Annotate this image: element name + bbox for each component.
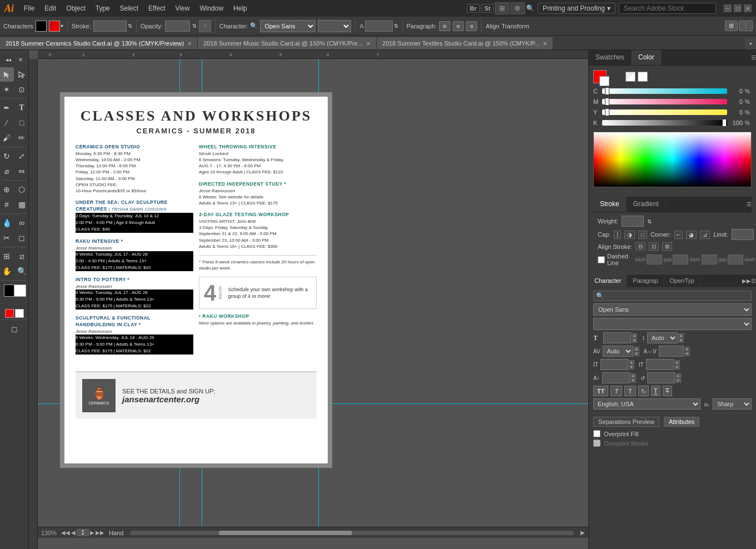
menu-edit[interactable]: Edit	[40, 3, 61, 13]
font-select[interactable]: Open Sans	[260, 20, 316, 32]
hand-tool[interactable]: ✋	[0, 264, 14, 278]
overprint-stroke-checkbox[interactable]	[593, 440, 600, 447]
cap-square-btn[interactable]: □	[638, 231, 647, 239]
white-swatch[interactable]	[15, 309, 24, 318]
next-page-btn[interactable]: ▶	[90, 530, 94, 536]
tracking-input[interactable]: -10	[659, 346, 684, 357]
t-upper-btn[interactable]: T	[624, 386, 636, 396]
artboard-tool[interactable]: ⊞	[0, 249, 14, 263]
menu-effect[interactable]: Effect	[144, 3, 169, 13]
y-slider[interactable]	[602, 109, 727, 115]
limit-input[interactable]	[732, 229, 754, 240]
toolbox-close-btn[interactable]: ✕	[14, 52, 27, 67]
para-tab[interactable]: Paragrap	[627, 274, 664, 287]
menu-window[interactable]: Window	[195, 3, 228, 13]
leading-up-btn[interactable]: ▲	[678, 333, 684, 338]
weight-input[interactable]	[622, 216, 644, 227]
tab-music-close[interactable]: ✕	[366, 41, 371, 47]
minimize-button[interactable]: −	[724, 4, 732, 12]
baseline-input[interactable]: 0 pt	[602, 372, 630, 383]
k-slider[interactable]	[602, 120, 727, 126]
warp-tool[interactable]: ⌀	[0, 164, 14, 178]
search-stock-input[interactable]	[619, 3, 716, 14]
rect-tool[interactable]: □	[14, 116, 29, 130]
v-scale-input[interactable]: 100%	[646, 359, 674, 370]
lang-select[interactable]: English: USA	[593, 398, 700, 410]
overprint-fill-checkbox[interactable]	[593, 430, 600, 437]
align-center-btn[interactable]: ≡	[453, 21, 464, 31]
kern-up-btn[interactable]: ▲	[634, 347, 639, 351]
horizontal-scrollbar[interactable]	[130, 531, 574, 535]
menu-view[interactable]: View	[171, 3, 194, 13]
size-up-btn[interactable]: ▲	[632, 333, 637, 338]
rotate-input[interactable]: 0°	[647, 372, 675, 383]
color-swatch-btn[interactable]	[49, 21, 60, 32]
gradient-tool[interactable]: ▦	[14, 197, 29, 212]
lasso-tool[interactable]: ⊙	[14, 82, 29, 97]
font-style-select-2[interactable]	[593, 318, 752, 330]
color-spectrum[interactable]	[593, 132, 752, 187]
color-tab[interactable]: Color	[632, 50, 662, 65]
sep-preview-btn[interactable]: Separations Preview	[593, 417, 659, 427]
menu-file[interactable]: File	[19, 3, 39, 13]
tt-style-btn[interactable]: TT	[593, 386, 608, 396]
align-center-stroke-btn[interactable]: ⊟	[635, 242, 645, 251]
hscale-up-btn[interactable]: ▲	[629, 360, 634, 365]
width-tool[interactable]: ⇔	[14, 164, 29, 178]
cap-butt-btn[interactable]: |	[614, 231, 621, 239]
page-input[interactable]: 1	[77, 529, 89, 536]
size-down-btn[interactable]: ▼	[632, 338, 637, 343]
t-upper2-btn[interactable]: T̲	[651, 386, 660, 396]
eraser-tool[interactable]: ◻	[14, 231, 29, 245]
dash-input-2[interactable]	[702, 254, 717, 264]
scale-tool[interactable]: ⤢	[14, 149, 29, 163]
tracking-up-btn[interactable]: ▲	[684, 347, 690, 351]
rotate-down-btn[interactable]: ▼	[675, 378, 681, 383]
tab-more-icon[interactable]: ▾	[745, 37, 756, 49]
gradient-tab[interactable]: Gradient	[627, 197, 666, 212]
corner-round-btn[interactable]: ◕	[686, 231, 697, 239]
char-panel-expand[interactable]: ▶▶	[742, 274, 751, 287]
vscale-up-btn[interactable]: ▲	[674, 360, 680, 365]
background-swatch[interactable]	[14, 285, 26, 297]
opentype-tab[interactable]: OpenTyp	[664, 274, 701, 287]
line-tool[interactable]: ∕	[0, 116, 14, 130]
red-swatch[interactable]	[5, 309, 14, 318]
font-name-select[interactable]: Open Sans	[593, 303, 752, 316]
zoom-tool[interactable]: 🔍	[14, 264, 29, 278]
menu-type[interactable]: Type	[91, 3, 114, 13]
printing-proofing-btn[interactable]: Printing and Proofing ▾	[538, 3, 615, 14]
align-outside-btn[interactable]: ⊞	[662, 242, 672, 251]
perspective-tool[interactable]: ⬡	[14, 182, 29, 197]
select-tool[interactable]	[0, 67, 14, 82]
char-size-input[interactable]: 8.5 pt	[603, 332, 631, 343]
blend-tool[interactable]: ∞	[14, 216, 29, 230]
cp-fg-swatch[interactable]	[593, 70, 607, 83]
cap-round-btn[interactable]: ◑	[624, 231, 635, 239]
stroke-panel-menu[interactable]: ☰	[747, 197, 752, 212]
stock-button[interactable]: St	[481, 4, 494, 13]
cp-white-icon[interactable]	[638, 72, 648, 82]
aa-select[interactable]: Sharp	[713, 398, 752, 410]
icon-circle[interactable]: ○	[199, 20, 211, 32]
hscale-down-btn[interactable]: ▼	[629, 365, 634, 370]
gap-input-1[interactable]	[673, 254, 688, 264]
dash-input-1[interactable]	[647, 254, 662, 264]
h-scale-input[interactable]: 100%	[600, 359, 628, 370]
pencil-tool[interactable]: ✏	[14, 131, 29, 145]
opacity-input[interactable]: 100%	[165, 21, 190, 32]
toolbar-color-swatch[interactable]	[36, 21, 47, 32]
slice-tool[interactable]: ⧄	[14, 249, 29, 263]
attributes-btn[interactable]: Attributes	[664, 417, 699, 427]
canvas-content[interactable]: CLASSES AND WORKSHOPS CERAMICS - SUMMER …	[38, 59, 588, 538]
t-italic-btn[interactable]: T	[610, 386, 622, 396]
font-size-input[interactable]: 8.5 pt	[365, 21, 393, 32]
scissors-tool[interactable]: ✂	[0, 231, 14, 245]
stroke-tab[interactable]: Stroke	[593, 197, 627, 212]
m-slider[interactable]	[602, 99, 727, 104]
baseline-up-btn[interactable]: ▲	[630, 373, 636, 378]
cp-none-icon[interactable]	[625, 72, 635, 82]
font-style-select[interactable]	[318, 20, 351, 32]
tab-ceramics-close[interactable]: ✕	[187, 41, 192, 47]
bridge-button[interactable]: Br	[467, 4, 480, 13]
